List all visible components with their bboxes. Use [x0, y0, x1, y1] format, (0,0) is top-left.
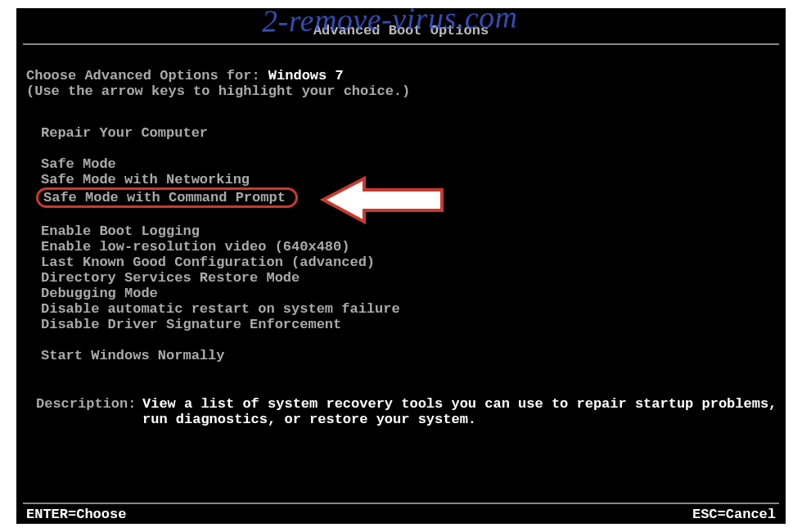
boot-menu[interactable]: Repair Your Computer Safe Mode Safe Mode… [26, 125, 777, 363]
menu-item-last-known-good[interactable]: Last Known Good Configuration (advanced) [41, 255, 375, 270]
menu-item-start-normally[interactable]: Start Windows Normally [41, 348, 224, 363]
menu-item-ds-restore[interactable]: Directory Services Restore Mode [41, 270, 300, 286]
footer-esc: ESC=Cancel [692, 507, 776, 522]
menu-item-disable-driver-sig[interactable]: Disable Driver Signature Enforcement [41, 317, 341, 332]
title-divider [23, 43, 779, 45]
menu-item-safe-mode-cmd[interactable]: Safe Mode with Command Prompt [36, 187, 298, 208]
menu-group-safemode: Safe Mode Safe Mode with Networking Safe… [41, 156, 777, 208]
menu-group-advanced: Enable Boot Logging Enable low-resolutio… [41, 223, 777, 332]
menu-item-safe-mode[interactable]: Safe Mode [41, 156, 116, 172]
choose-line: Choose Advanced Options for: Windows 7 [26, 68, 777, 83]
description-text: View a list of system recovery tools you… [142, 396, 777, 427]
menu-item-repair[interactable]: Repair Your Computer [41, 125, 208, 141]
choose-prefix: Choose Advanced Options for: [26, 68, 268, 83]
arrow-key-hint: (Use the arrow keys to highlight your ch… [26, 83, 777, 99]
os-name: Windows 7 [268, 68, 344, 83]
menu-item-disable-auto-restart[interactable]: Disable automatic restart on system fail… [41, 301, 400, 317]
footer-bar: ENTER=Choose ESC=Cancel [23, 503, 779, 524]
boot-screen: Advanced Boot Options Choose Advanced Op… [16, 8, 786, 524]
menu-item-debugging[interactable]: Debugging Mode [41, 286, 158, 301]
footer-enter: ENTER=Choose [26, 507, 126, 522]
menu-item-safe-mode-networking[interactable]: Safe Mode with Networking [41, 172, 250, 187]
title-bar: Advanced Boot Options [16, 8, 786, 45]
description-row: Description: View a list of system recov… [26, 396, 777, 427]
menu-group-normal: Start Windows Normally [41, 348, 777, 363]
menu-item-boot-logging[interactable]: Enable Boot Logging [41, 223, 200, 239]
screen-title: Advanced Boot Options [313, 23, 489, 38]
menu-group-repair: Repair Your Computer [41, 125, 777, 141]
description-label: Description: [36, 396, 142, 427]
content-area: Choose Advanced Options for: Windows 7 (… [16, 45, 786, 427]
menu-item-low-res[interactable]: Enable low-resolution video (640x480) [41, 239, 349, 255]
